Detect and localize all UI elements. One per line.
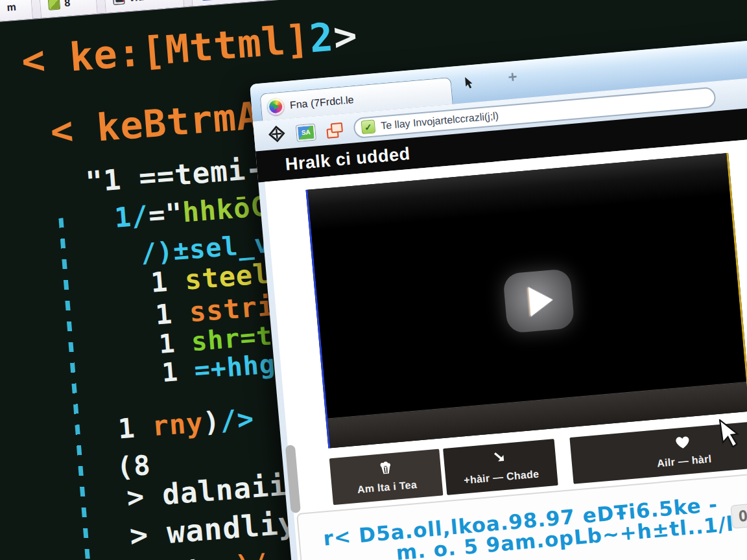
code-line: t n)/ — [185, 548, 269, 560]
address-text: Te llay Invojartelccrazli(j;l) — [381, 110, 499, 132]
page-content: Am lta i Tea+hàir — ChadeAilr — hàrl r< … — [265, 125, 747, 560]
video-action-button[interactable]: Am lta i Tea — [329, 449, 444, 506]
screenshot-canvas: m8videlleue Lut < ke:[Mttml]2>< keBtrmA]… — [0, 0, 747, 560]
code-segment: < ke:[Mttml] — [19, 16, 311, 84]
windows-layers-icon[interactable] — [326, 122, 343, 137]
code-segment: 2 — [308, 14, 336, 62]
code-segment: n)/ — [218, 548, 269, 560]
code-segment: /> — [219, 402, 255, 437]
copy-button[interactable]: O — [730, 504, 747, 529]
play-button[interactable] — [503, 268, 575, 334]
video-screen[interactable] — [308, 153, 746, 418]
code-segment: t — [185, 552, 220, 560]
arrow-down-right-icon — [492, 450, 508, 469]
editor-tab-label: m — [6, 1, 17, 14]
code-segment: 1/ — [113, 200, 150, 234]
video-action-label: +hàir — Chade — [464, 468, 540, 486]
green-grid-icon — [48, 0, 60, 10]
image-tool-icon[interactable]: SA — [296, 124, 316, 141]
editor-tab[interactable]: m — [0, 0, 33, 21]
code-segment: 1 — [117, 410, 153, 445]
code-segment: ) — [202, 405, 221, 438]
code-segment: > — [332, 12, 360, 60]
code-segment: < keBtrmA] — [49, 91, 284, 154]
tab-title: Fna (7Frdcl.le — [289, 94, 354, 111]
indent-guide-line — [58, 218, 112, 560]
video-action-label: Ailr — hàrl — [656, 453, 711, 469]
code-line: (8 — [115, 449, 152, 484]
secure-check-icon: ✓ — [361, 119, 376, 134]
code-segment: 1 — [154, 296, 191, 331]
code-segment: 1 — [150, 264, 186, 299]
code-segment: rny — [151, 406, 204, 442]
code-segment: =" — [147, 197, 184, 231]
video-player[interactable] — [306, 153, 747, 448]
small-cursor-icon — [464, 76, 474, 91]
editor-tab-label: vide — [128, 0, 150, 4]
mouse-cursor-icon — [718, 418, 741, 450]
page-title: Hralk ci udded — [285, 143, 411, 174]
navigate-icon[interactable] — [268, 124, 287, 145]
editor-tab-label: 8 — [64, 0, 71, 9]
code-segment: 1 — [158, 327, 193, 359]
site-logo-icon — [267, 97, 285, 115]
video-action-label: Am lta i Tea — [357, 479, 417, 496]
play-icon — [528, 285, 554, 317]
code-line: < ke:[Mttml]2> — [19, 12, 359, 84]
dark-app-icon — [113, 0, 125, 5]
code-line: 1 rny)/> — [117, 402, 255, 445]
new-tab-button[interactable]: + — [507, 67, 517, 86]
video-action-button[interactable]: +hàir — Chade — [443, 439, 558, 495]
popcorn-icon — [377, 460, 394, 478]
code-segment: 1 — [161, 355, 196, 388]
browser-window: Fna (7Frdcl.le + SA ✓ Te llay Invojartel… — [250, 27, 747, 560]
heart-icon — [674, 434, 691, 452]
code-segment: (8 — [115, 449, 152, 484]
scrollbar-thumb[interactable] — [285, 445, 301, 513]
